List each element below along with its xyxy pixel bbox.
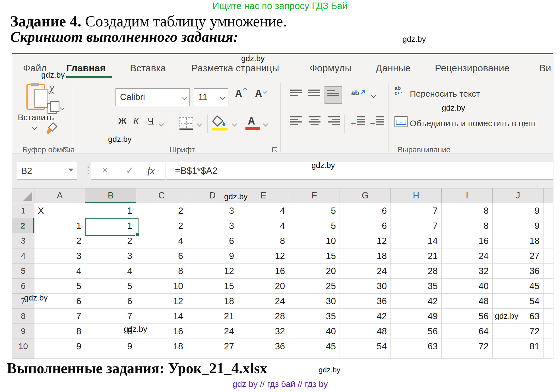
cell-J9[interactable]: 72 xyxy=(493,324,544,339)
cell-B6[interactable]: 5 xyxy=(85,279,136,294)
cell-E4[interactable]: 12 xyxy=(238,248,289,264)
cell-partial-9[interactable] xyxy=(544,324,553,339)
cell-J7[interactable]: 54 xyxy=(493,294,544,309)
paste-icon[interactable] xyxy=(26,84,45,110)
cell-D6[interactable]: 15 xyxy=(187,279,238,294)
cell-C5[interactable]: 8 xyxy=(136,264,187,279)
tab-formulas[interactable]: Формулы xyxy=(310,62,352,74)
row-header-2[interactable]: 2 xyxy=(12,218,34,233)
cell-B3[interactable]: 2 xyxy=(85,233,136,248)
align-right-icon[interactable] xyxy=(327,116,340,125)
column-header-C[interactable]: C xyxy=(136,188,187,203)
font-dialog-launcher-icon[interactable] xyxy=(272,147,277,152)
cell-partial-7[interactable] xyxy=(544,294,553,309)
cell-A3[interactable]: 2 xyxy=(34,233,85,248)
cell-I10[interactable]: 72 xyxy=(442,339,493,354)
cell-H10[interactable]: 63 xyxy=(391,339,442,354)
row-header-8[interactable]: 8 xyxy=(12,309,34,324)
cell-A5[interactable]: 4 xyxy=(34,264,85,279)
cell-G7[interactable]: 36 xyxy=(340,294,391,309)
font-size-dropdown-icon[interactable] xyxy=(220,95,225,100)
cell-I1[interactable]: 8 xyxy=(442,203,493,218)
cell-G1[interactable]: 6 xyxy=(340,203,391,218)
cell-C7[interactable]: 12 xyxy=(136,294,187,309)
font-name-dropdown-icon[interactable] xyxy=(181,95,187,100)
column-header-J[interactable]: J xyxy=(493,188,544,203)
cell-H9[interactable]: 56 xyxy=(391,324,442,339)
cell-J2[interactable]: 9 xyxy=(493,218,544,233)
cell-F9[interactable]: 40 xyxy=(289,324,340,339)
column-header-I[interactable]: I xyxy=(442,188,493,203)
cell-partial-2[interactable] xyxy=(544,218,553,233)
cell-I3[interactable]: 16 xyxy=(442,233,493,248)
clipboard-dialog-launcher-icon[interactable] xyxy=(63,147,68,152)
cell-E5[interactable]: 16 xyxy=(238,264,289,279)
decrease-indent-icon[interactable]: ← xyxy=(351,116,365,125)
column-header-B[interactable]: B xyxy=(85,188,136,203)
cell-J6[interactable]: 45 xyxy=(493,279,544,294)
italic-button[interactable]: К xyxy=(133,116,139,126)
cell-F3[interactable]: 10 xyxy=(289,233,340,248)
column-header-F[interactable]: F xyxy=(289,188,340,203)
cell-C1[interactable]: 2 xyxy=(136,203,187,218)
tab-page-layout[interactable]: Разметка страницы xyxy=(191,62,279,74)
column-header-G[interactable]: G xyxy=(340,188,391,203)
cell-G4[interactable]: 18 xyxy=(340,248,391,264)
copy-icon[interactable] xyxy=(47,103,57,114)
cell-F2[interactable]: 5 xyxy=(289,218,340,233)
row-header-4[interactable]: 4 xyxy=(12,248,34,264)
paste-dropdown-icon[interactable] xyxy=(32,125,37,130)
cell-A2[interactable]: 1 xyxy=(34,218,85,233)
cell-H1[interactable]: 7 xyxy=(391,203,442,218)
cell-D7[interactable]: 18 xyxy=(187,294,238,309)
cell-E10[interactable]: 36 xyxy=(238,339,289,354)
cell-partial-1[interactable] xyxy=(544,203,553,218)
cell-E7[interactable]: 24 xyxy=(238,294,289,309)
cell-I6[interactable]: 40 xyxy=(442,279,493,294)
row-header-partial[interactable] xyxy=(12,354,34,359)
cell-H6[interactable]: 35 xyxy=(391,279,442,294)
row-header-5[interactable]: 5 xyxy=(12,264,34,279)
row-header-1[interactable]: 1 xyxy=(12,203,34,218)
cell-F7[interactable]: 30 xyxy=(289,294,340,309)
fill-color-icon[interactable] xyxy=(212,115,228,127)
cell-E9[interactable]: 32 xyxy=(238,324,289,339)
fill-dropdown-icon[interactable] xyxy=(232,121,237,126)
cell-F6[interactable]: 25 xyxy=(289,279,340,294)
underline-button[interactable]: Ч xyxy=(148,116,154,126)
merge-center-icon[interactable]: ↔ xyxy=(394,116,408,127)
cell-G3[interactable]: 12 xyxy=(340,233,391,248)
paste-button[interactable]: Вставить xyxy=(15,113,57,122)
cell-G5[interactable]: 24 xyxy=(340,264,391,279)
align-center-icon[interactable] xyxy=(308,116,321,125)
cell-E2[interactable]: 4 xyxy=(238,218,289,233)
wrap-text-icon[interactable]: abc↩ xyxy=(394,86,402,95)
tab-review[interactable]: Рецензирование xyxy=(435,62,510,74)
cell-H3[interactable]: 14 xyxy=(391,233,442,248)
fill-handle[interactable] xyxy=(135,233,140,237)
cell-D8[interactable]: 21 xyxy=(187,309,238,324)
cell-D9[interactable]: 24 xyxy=(187,324,238,339)
cell-D10[interactable]: 27 xyxy=(187,339,238,354)
cell-E3[interactable]: 8 xyxy=(238,233,289,248)
cell-H8[interactable]: 49 xyxy=(391,309,442,324)
cell-partial-6[interactable] xyxy=(544,279,553,294)
cell-partial-5[interactable] xyxy=(544,264,553,279)
font-name-combo[interactable]: Calibri xyxy=(115,88,190,106)
cell-F10[interactable]: 45 xyxy=(289,339,340,354)
cell-J3[interactable]: 18 xyxy=(493,233,544,248)
increase-font-icon[interactable] xyxy=(235,88,242,100)
row-header-3[interactable]: 3 xyxy=(12,233,34,248)
cell-partial-4[interactable] xyxy=(544,248,553,264)
font-size-combo[interactable]: 11 xyxy=(194,88,228,106)
borders-icon[interactable] xyxy=(179,117,193,130)
align-left-icon[interactable] xyxy=(290,116,302,125)
cell-H5[interactable]: 28 xyxy=(391,264,442,279)
cancel-icon[interactable] xyxy=(102,164,108,176)
cell-B5[interactable]: 4 xyxy=(85,264,136,279)
cell-G2[interactable]: 6 xyxy=(340,218,391,233)
insert-function-icon[interactable]: fx xyxy=(147,165,155,177)
underline-dropdown-icon[interactable] xyxy=(159,121,164,126)
align-bottom-icon[interactable] xyxy=(327,90,340,96)
cell-E8[interactable]: 28 xyxy=(238,309,289,324)
